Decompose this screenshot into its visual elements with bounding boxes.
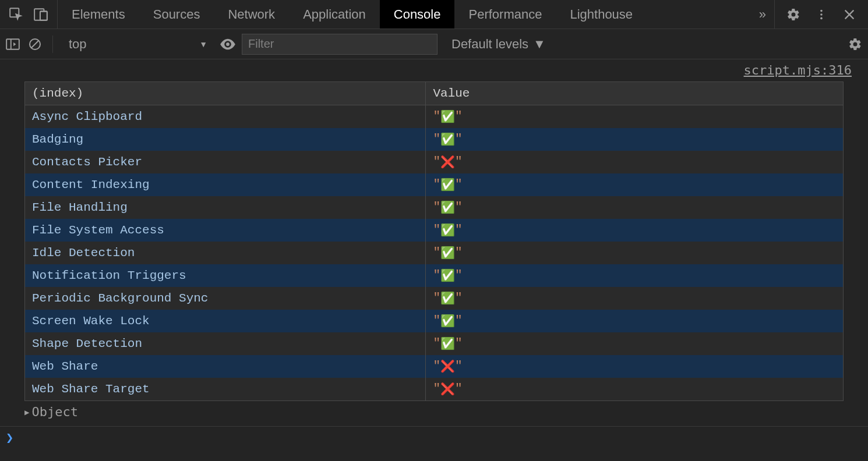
source-link[interactable]: script.mjs:316	[744, 63, 852, 77]
svg-point-5	[820, 13, 823, 16]
gear-icon[interactable]	[785, 6, 802, 23]
table-row[interactable]: Contacts Picker"❌"	[25, 151, 844, 173]
row-key: Notification Triggers	[25, 264, 426, 287]
console-output: script.mjs:316 (index) Value Async Clipb…	[0, 59, 868, 419]
levels-label: Default levels	[451, 37, 528, 52]
device-toolbar-icon[interactable]	[33, 6, 49, 23]
svg-rect-9	[6, 39, 19, 49]
object-expand[interactable]: ▶ Object	[24, 405, 868, 419]
table-header-index[interactable]: (index)	[25, 82, 426, 105]
row-value: "✅"	[426, 173, 844, 196]
svg-point-6	[820, 17, 823, 19]
table-row[interactable]: Screen Wake Lock"✅"	[25, 310, 844, 332]
tab-application[interactable]: Application	[289, 0, 380, 29]
log-levels-selector[interactable]: Default levels ▼	[443, 37, 554, 52]
tab-elements[interactable]: Elements	[58, 0, 139, 29]
svg-point-13	[226, 42, 230, 46]
row-value: "✅"	[426, 196, 844, 219]
row-key: Badging	[25, 128, 426, 151]
separator	[52, 36, 53, 53]
clear-console-icon[interactable]	[27, 36, 43, 52]
tabbar-left-icons	[0, 0, 58, 29]
row-value: "✅"	[426, 128, 844, 151]
row-value: "✅"	[426, 219, 844, 242]
table-row[interactable]: Shape Detection"✅"	[25, 332, 844, 355]
devtools-tabbar: ElementsSourcesNetworkApplicationConsole…	[0, 0, 868, 29]
table-row[interactable]: Idle Detection"✅"	[25, 242, 844, 264]
context-selector[interactable]: top ▼	[62, 34, 214, 55]
row-value: "✅"	[426, 287, 844, 310]
svg-line-12	[31, 41, 38, 48]
message-source: script.mjs:316	[0, 59, 868, 81]
console-settings-gear-icon[interactable]	[847, 36, 863, 52]
table-row[interactable]: Web Share Target"❌"	[25, 378, 844, 401]
row-key: File Handling	[25, 196, 426, 219]
svg-rect-2	[40, 11, 47, 20]
more-tabs-button[interactable]: »	[751, 0, 774, 29]
table-row[interactable]: Badging"✅"	[25, 128, 844, 151]
tab-network[interactable]: Network	[214, 0, 289, 29]
row-key: Periodic Background Sync	[25, 287, 426, 310]
chevron-right-double-icon: »	[759, 7, 766, 22]
row-key: Shape Detection	[25, 332, 426, 355]
tab-performance[interactable]: Performance	[454, 0, 556, 29]
console-toolbar: top ▼ Default levels ▼	[0, 29, 868, 59]
table-row[interactable]: Web Share"❌"	[25, 355, 844, 378]
console-prompt[interactable]: ❯	[0, 426, 868, 448]
triangle-right-icon: ▶	[24, 407, 29, 417]
row-key: File System Access	[25, 219, 426, 242]
row-key: Content Indexing	[25, 173, 426, 196]
chevron-down-icon: ▼	[533, 37, 546, 52]
row-key: Web Share	[25, 355, 426, 378]
console-table: (index) Value Async Clipboard"✅"Badging"…	[24, 81, 844, 401]
row-value: "✅"	[426, 242, 844, 264]
table-row[interactable]: File Handling"✅"	[25, 196, 844, 219]
row-key: Async Clipboard	[25, 105, 426, 129]
tab-lighthouse[interactable]: Lighthouse	[556, 0, 647, 29]
table-row[interactable]: Content Indexing"✅"	[25, 173, 844, 196]
row-value: "❌"	[426, 151, 844, 173]
table-row[interactable]: Async Clipboard"✅"	[25, 105, 844, 129]
filter-input[interactable]	[242, 34, 437, 55]
row-value: "✅"	[426, 332, 844, 355]
object-label: Object	[31, 405, 77, 419]
kebab-menu-icon[interactable]	[813, 6, 830, 23]
row-value: "✅"	[426, 105, 844, 129]
close-icon[interactable]	[841, 6, 858, 23]
inspect-element-icon[interactable]	[8, 6, 24, 23]
context-label: top	[69, 37, 87, 52]
tabbar-right-icons	[774, 0, 868, 29]
table-row[interactable]: Periodic Background Sync"✅"	[25, 287, 844, 310]
row-value: "❌"	[426, 378, 844, 401]
row-key: Web Share Target	[25, 378, 426, 401]
svg-point-4	[820, 9, 823, 12]
prompt-chevron-icon: ❯	[6, 430, 13, 445]
row-value: "❌"	[426, 355, 844, 378]
toggle-sidebar-icon[interactable]	[5, 36, 21, 52]
chevron-down-icon: ▼	[199, 40, 207, 49]
row-key: Idle Detection	[25, 242, 426, 264]
row-key: Contacts Picker	[25, 151, 426, 173]
table-header-value[interactable]: Value	[426, 82, 844, 105]
row-value: "✅"	[426, 310, 844, 332]
live-expression-icon[interactable]	[220, 36, 236, 52]
row-value: "✅"	[426, 264, 844, 287]
tabs-container: ElementsSourcesNetworkApplicationConsole…	[58, 0, 751, 29]
row-key: Screen Wake Lock	[25, 310, 426, 332]
table-row[interactable]: File System Access"✅"	[25, 219, 844, 242]
table-row[interactable]: Notification Triggers"✅"	[25, 264, 844, 287]
tab-sources[interactable]: Sources	[139, 0, 214, 29]
tab-console[interactable]: Console	[380, 0, 455, 29]
